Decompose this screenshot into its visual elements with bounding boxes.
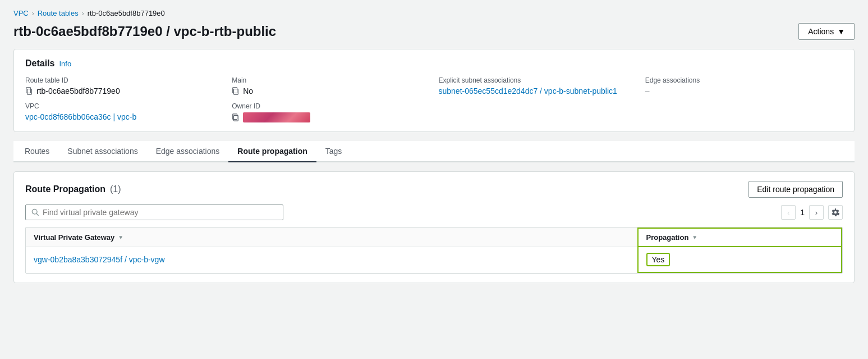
data-table: Virtual Private Gateway ▼ Propagation ▼ <box>26 228 842 273</box>
route-propagation-section: Route Propagation (1) Edit route propaga… <box>13 171 855 283</box>
route-table-id-value: rtb-0c6ae5bdf8b7719e0 <box>25 87 223 96</box>
section-title-group: Route Propagation (1) <box>25 184 121 194</box>
sort-icon-vpg: ▼ <box>118 234 123 240</box>
explicit-subnet-link[interactable]: subnet-065ec55cd1e2d4dc7 / vpc-b-subnet-… <box>439 87 617 96</box>
tab-edge-associations[interactable]: Edge associations <box>147 141 229 162</box>
vpc-link[interactable]: vpc-0cd8f686bb06ca36c | vpc-b <box>25 112 136 121</box>
details-card-header: Details Info <box>25 58 843 69</box>
detail-col-3: Explicit subnet associations subnet-065e… <box>439 76 636 122</box>
col-header-propagation[interactable]: Propagation ▼ <box>638 228 842 247</box>
edge-assoc-value: – <box>645 87 843 96</box>
detail-col-2: Main No Owner ID <box>232 76 429 122</box>
col-header-vpg[interactable]: Virtual Private Gateway ▼ <box>26 228 638 247</box>
details-grid: Route table ID rtb-0c6ae5bdf8b7719e0 VPC… <box>25 76 843 122</box>
breadcrumb-sep-1: › <box>32 10 34 17</box>
page-header: rtb-0c6ae5bdf8b7719e0 / vpc-b-rtb-public… <box>13 23 855 40</box>
propagation-value: Yes <box>646 253 670 266</box>
route-table-id-label: Route table ID <box>25 76 223 84</box>
section-header: Route Propagation (1) Edit route propaga… <box>25 181 843 198</box>
copy-icon-rtb[interactable] <box>25 87 33 95</box>
tab-subnet-associations[interactable]: Subnet associations <box>58 141 146 162</box>
search-icon <box>31 208 39 216</box>
vpg-link[interactable]: vgw-0b2ba8a3b3072945f / vpc-b-vgw <box>34 255 165 264</box>
vpc-label: VPC <box>25 102 223 110</box>
table-settings-button[interactable] <box>828 205 843 220</box>
search-input[interactable] <box>43 208 277 217</box>
details-card: Details Info Route table ID rtb-0c6ae5bd… <box>13 49 855 132</box>
actions-label: Actions <box>808 27 834 36</box>
propagation-cell: Yes <box>638 247 842 272</box>
edge-assoc-label: Edge associations <box>645 76 843 84</box>
main-field: Main No <box>232 76 429 96</box>
search-row: ‹ 1 › <box>25 205 843 220</box>
explicit-subnet-value: subnet-065ec55cd1e2d4dc7 / vpc-b-subnet-… <box>439 87 636 96</box>
owner-id-redacted <box>243 112 310 122</box>
tabs-bar: Routes Subnet associations Edge associat… <box>13 141 855 162</box>
section-count: (1) <box>110 184 121 194</box>
detail-col-1: Route table ID rtb-0c6ae5bdf8b7719e0 VPC… <box>25 76 223 122</box>
edit-route-propagation-button[interactable]: Edit route propagation <box>748 181 843 198</box>
route-propagation-table: Virtual Private Gateway ▼ Propagation ▼ <box>25 227 843 274</box>
svg-rect-3 <box>233 88 237 93</box>
tab-routes[interactable]: Routes <box>16 141 58 162</box>
search-box <box>25 205 283 220</box>
route-table-id-field: Route table ID rtb-0c6ae5bdf8b7719e0 <box>25 76 223 96</box>
explicit-subnet-field: Explicit subnet associations subnet-065e… <box>439 76 636 96</box>
section-title: Route Propagation <box>25 184 105 194</box>
next-page-button[interactable]: › <box>809 205 824 220</box>
details-info-link[interactable]: Info <box>59 60 71 68</box>
actions-chevron-icon: ▼ <box>837 27 845 36</box>
svg-rect-5 <box>233 114 237 120</box>
details-title: Details <box>25 58 54 69</box>
main-value: No <box>232 87 429 96</box>
owner-id-label: Owner ID <box>232 102 429 110</box>
detail-col-4: Edge associations – <box>645 76 843 122</box>
vpg-cell: vgw-0b2ba8a3b3072945f / vpc-b-vgw <box>26 247 638 272</box>
main-label: Main <box>232 76 429 84</box>
breadcrumb-route-tables-link[interactable]: Route tables <box>38 9 79 17</box>
edge-assoc-field: Edge associations – <box>645 76 843 96</box>
svg-rect-2 <box>234 89 238 95</box>
table-row: vgw-0b2ba8a3b3072945f / vpc-b-vgw Yes <box>26 247 842 272</box>
tab-tags[interactable]: Tags <box>316 141 351 162</box>
pagination-controls: ‹ 1 › <box>781 205 843 220</box>
breadcrumb-vpc-link[interactable]: VPC <box>13 9 29 17</box>
vpc-value: vpc-0cd8f686bb06ca36c | vpc-b <box>25 112 223 121</box>
sort-icon-propagation: ▼ <box>692 234 697 240</box>
svg-line-7 <box>36 213 38 215</box>
breadcrumb-sep-2: › <box>82 10 84 17</box>
table-header-row: Virtual Private Gateway ▼ Propagation ▼ <box>26 228 842 247</box>
owner-id-field: Owner ID <box>232 102 429 122</box>
copy-icon-owner[interactable] <box>232 113 240 121</box>
breadcrumb-current: rtb-0c6ae5bdf8b7719e0 <box>88 9 165 17</box>
breadcrumb: VPC › Route tables › rtb-0c6ae5bdf8b7719… <box>13 9 855 17</box>
owner-id-value <box>232 112 429 122</box>
prev-page-button[interactable]: ‹ <box>781 205 796 220</box>
tab-route-propagation[interactable]: Route propagation <box>228 141 316 162</box>
vpc-field: VPC vpc-0cd8f686bb06ca36c | vpc-b <box>25 102 223 121</box>
page-number: 1 <box>800 208 805 217</box>
actions-button[interactable]: Actions ▼ <box>798 23 855 40</box>
copy-icon-main[interactable] <box>232 87 240 95</box>
svg-rect-4 <box>234 116 238 121</box>
page-title: rtb-0c6ae5bdf8b7719e0 / vpc-b-rtb-public <box>13 24 276 39</box>
explicit-subnet-label: Explicit subnet associations <box>439 76 636 84</box>
gear-icon <box>832 208 839 216</box>
